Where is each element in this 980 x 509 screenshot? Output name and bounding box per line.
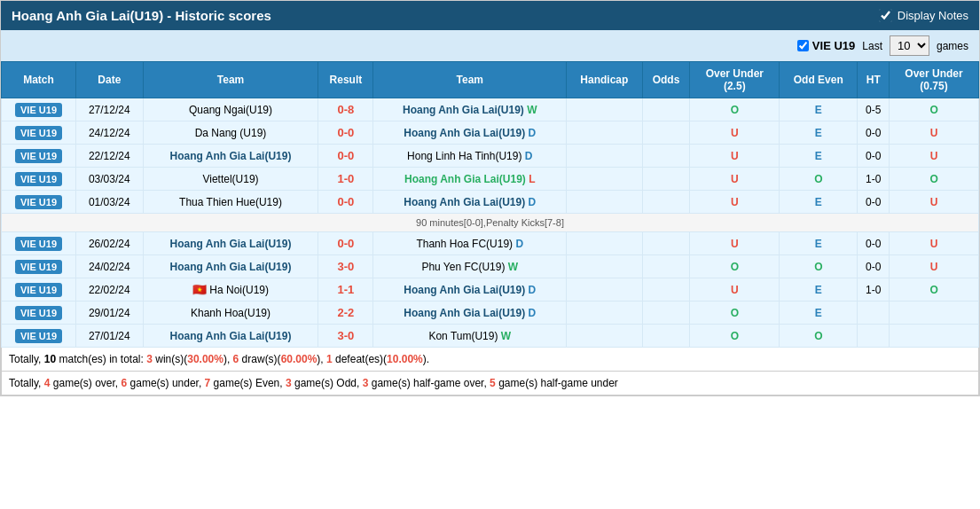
oe-value: E [815,284,822,296]
over-under: O [690,255,780,278]
match-result: 0-0 [318,191,373,214]
table-row: VIE U1922/02/24🇻🇳 Ha Noi(U19)1-1Hoang An… [2,278,979,301]
display-notes-section: Display Notes [879,9,968,22]
match-badge: VIE U19 [2,98,76,121]
vie-badge: VIE U19 [15,195,62,209]
footer-row-1: Totally, 10 match(es) in total: 3 win(s)… [2,348,979,372]
match-badge: VIE U19 [2,255,76,278]
ou-value: U [731,150,739,162]
table-row: VIE U1924/02/24Hoang Anh Gia Lai(U19)3-0… [2,255,979,278]
over-under: U [690,145,780,168]
ou-value: U [731,196,739,208]
odds [642,232,690,255]
match-result: 0-0 [318,121,373,145]
handicap [567,191,642,214]
note-row: 90 minutes[0-0],Penalty Kicks[7-8] [2,214,979,232]
score: 0-0 [338,149,355,162]
match-date: 27/01/24 [76,325,144,348]
match-result: 0-8 [318,98,373,121]
ou2-value: U [930,127,938,139]
over-under: U [690,121,780,145]
over-under: U [690,191,780,214]
odd-even: E [780,232,858,255]
team1-name: Hoang Anh Gia Lai(U19) [143,255,318,278]
ou-value: U [731,238,739,250]
odds [642,168,690,191]
match-date: 03/03/24 [76,168,144,191]
score: 1-0 [338,172,355,185]
last-label: Last [862,40,882,52]
odd-even: E [780,301,858,325]
over-under: O [690,325,780,348]
vie-badge: VIE U19 [15,126,62,140]
vie-u19-label: VIE U19 [812,39,855,52]
match-result: 0-0 [318,145,373,168]
ou-value: O [731,307,739,319]
over-under-2: U [890,255,979,278]
table-row: VIE U1927/01/24Hoang Anh Gia Lai(U19)3-0… [2,325,979,348]
handicap [567,255,642,278]
over-under-2: U [890,121,979,145]
team2-name: Hoang Anh Gia Lai(U19) D [373,278,567,301]
score: 0-0 [338,126,355,139]
oe-value: E [815,238,822,250]
display-notes-checkbox[interactable] [879,9,892,22]
ou2-value: O [929,284,937,296]
handicap [567,168,642,191]
team1-name: Thua Thien Hue(U19) [143,191,318,214]
odds [642,121,690,145]
vie-badge: VIE U19 [15,172,62,186]
ou-value: O [731,330,739,342]
over-under-2: O [890,168,979,191]
ht-score: 0-0 [858,145,890,168]
vie-u19-filter: VIE U19 [797,39,855,52]
table-row: VIE U1926/02/24Hoang Anh Gia Lai(U19)0-0… [2,232,979,255]
ou-value: U [731,127,739,139]
team1-name: Quang Ngai(U19) [143,98,318,121]
display-notes-label: Display Notes [898,9,968,22]
games-label: games [937,40,968,52]
ou2-value: U [930,150,938,162]
score: 3-0 [338,260,355,273]
ht-score [858,301,890,325]
match-date: 22/12/24 [76,145,144,168]
over-under-2: O [890,278,979,301]
team1-name: Viettel(U19) [143,168,318,191]
score: 0-0 [338,195,355,208]
odd-even: E [780,278,858,301]
vie-u19-checkbox[interactable] [797,40,809,51]
vie-badge: VIE U19 [15,329,62,343]
odds [642,301,690,325]
odds [642,325,690,348]
games-select[interactable]: 5 10 15 20 [890,35,929,56]
oe-value: E [815,196,822,208]
vie-badge: VIE U19 [15,260,62,274]
ou2-value: U [930,238,938,250]
oe-value: O [814,261,822,273]
vie-badge: VIE U19 [15,283,62,297]
team2-name: Phu Yen FC(U19) W [373,255,567,278]
match-date: 24/02/24 [76,255,144,278]
odd-even: O [780,168,858,191]
match-badge: VIE U19 [2,301,76,325]
table-row: VIE U1903/03/24Viettel(U19)1-0Hoang Anh … [2,168,979,191]
table-row: VIE U1927/12/24Quang Ngai(U19)0-8Hoang A… [2,98,979,121]
match-badge: VIE U19 [2,145,76,168]
score: 0-8 [338,103,355,116]
over-under-2: U [890,145,979,168]
filter-bar: VIE U19 Last 5 10 15 20 games [1,30,979,61]
match-date: 29/01/24 [76,301,144,325]
match-result: 1-0 [318,168,373,191]
match-badge: VIE U19 [2,278,76,301]
handicap [567,301,642,325]
team2-name: Kon Tum(U19) W [373,325,567,348]
team1-name: Hoang Anh Gia Lai(U19) [143,232,318,255]
table-row: VIE U1924/12/24Da Nang (U19)0-0Hoang Anh… [2,121,979,145]
over-under: U [690,232,780,255]
odd-even: E [780,145,858,168]
table-row: VIE U1901/03/24Thua Thien Hue(U19)0-0Hoa… [2,191,979,214]
match-date: 24/12/24 [76,121,144,145]
col-odds: Odds [642,62,690,98]
match-result: 3-0 [318,255,373,278]
match-outcome: W [498,330,511,342]
